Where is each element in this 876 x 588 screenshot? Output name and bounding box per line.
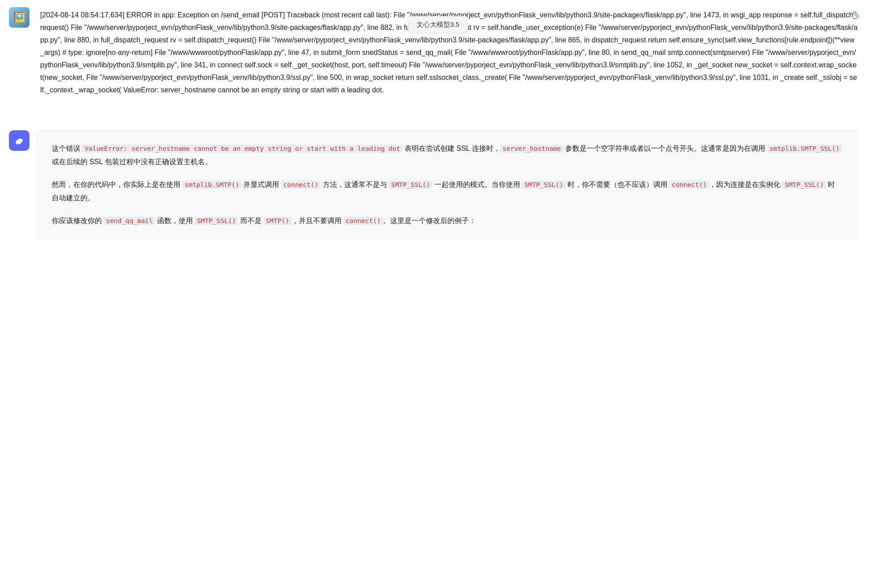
inline-code-smtp-ssl-2: SMTP_SSL() bbox=[389, 181, 432, 189]
inline-code-hostname: server_hostname bbox=[501, 145, 563, 153]
edit-icon[interactable]: ✎ bbox=[852, 7, 860, 23]
inline-code-smtp-ssl-1: smtplib.SMTP_SSL() bbox=[767, 145, 842, 153]
inline-code-smtp-2: SMTP() bbox=[263, 217, 291, 225]
inline-code-smtp-ssl-4: SMTP_SSL() bbox=[782, 181, 826, 189]
model-tooltip: 文心大模型3.5 bbox=[408, 16, 468, 33]
ai-avatar bbox=[9, 130, 29, 151]
response-paragraph-1: 这个错误 ValueError: server_hostname cannot … bbox=[52, 142, 842, 168]
response-bubble: 这个错误 ValueError: server_hostname cannot … bbox=[36, 129, 858, 240]
inline-code-smtp-ssl-3: SMTP_SSL() bbox=[522, 181, 565, 189]
inline-code-connect-1: connect() bbox=[281, 181, 321, 189]
response-paragraph-3: 你应该修改你的 send_qq_mail 函数，使用 SMTP_SSL() 而不… bbox=[52, 214, 842, 228]
error-section: 🖼️ ✎ 文心大模型3.5 [2024-08-14 08:54:17,634] … bbox=[0, 0, 876, 105]
inline-code-smtp-ssl-5: SMTP_SSL() bbox=[195, 217, 238, 225]
inline-code-connect-2: connect() bbox=[669, 181, 709, 189]
inline-code-connect-3: connect() bbox=[343, 217, 383, 225]
ai-response-section: 这个错误 ValueError: server_hostname cannot … bbox=[0, 120, 876, 249]
ai-logo-icon bbox=[12, 133, 26, 148]
page-container: 🖼️ ✎ 文心大模型3.5 [2024-08-14 08:54:17,634] … bbox=[0, 0, 876, 588]
inline-code-smtp: smtplib.SMTP() bbox=[182, 181, 241, 189]
inline-code-func: send_qq_mail bbox=[104, 217, 155, 225]
response-paragraph-2: 然而，在你的代码中，你实际上是在使用 smtplib.SMTP() 并显式调用 … bbox=[52, 178, 842, 204]
error-code-1: ValueError: server_hostname cannot be an… bbox=[82, 145, 402, 153]
user-avatar: 🖼️ bbox=[9, 7, 29, 28]
